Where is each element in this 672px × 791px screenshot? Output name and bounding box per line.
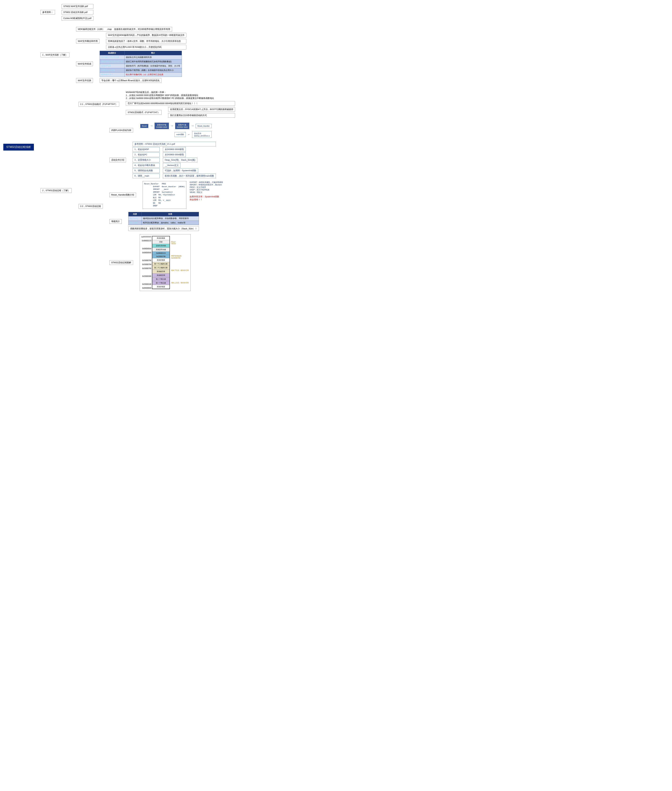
- map-line: 分析各.c文件占用FLASH 和 RAM的大小，方便优化代码: [106, 45, 186, 50]
- memory-diagram: 0xFFFFFFFF0x080001C0 0x080000040x0800000…: [140, 234, 190, 291]
- stack-label: 堆栈简介: [109, 219, 122, 224]
- map-line: MAP文件是MDK编译代码后，产生的集程序、数据及IO空间的一种映射列表文件: [106, 33, 186, 37]
- mode-line: 在系统复位后，SYSCLK的第4个上升沿，BOOT引脚的值将被锁存: [168, 107, 235, 112]
- stack-note: 函数局部变量较多，嵌套关系复杂时，需加大栈大小（Stack_Size）！: [128, 226, 199, 231]
- reset-code: Reset_Handler PROC EXPORT Reset_Handler …: [142, 181, 186, 209]
- root-node: STM32启动过程浅析: [3, 144, 34, 150]
- map-line: 简单说就是包括了：各种.c文件、函数、符号等的地址、大小引用关系等信息: [106, 39, 186, 43]
- boot-flow: Reset→获取MSP值 0X0800 0000→获取PC值 0X0800 00…: [140, 123, 212, 129]
- map-table: 组成部分简介程序段交叉引用关系描述各文件之间函数调用关系删除映像未使用的程序段描…: [100, 51, 182, 77]
- startfile-ref: 参考资料：STM32 启动文件浅析_V1.1.pdf: [133, 142, 216, 146]
- map-title: 1，MAP文件浅析（了解）: [40, 53, 69, 57]
- refs-node: 参考资料：: [40, 10, 55, 14]
- mode-sub: STM32启动模式（F1/F4/F7/H7）: [126, 110, 162, 115]
- boot-title: 2，STM32启动过程（了解）: [40, 188, 72, 193]
- stack-table: 内存作用栈(Stack)编译器自动分配和释放，存放函数参数、局部变量等堆(Hea…: [128, 212, 199, 225]
- map-practice-desc: 学会分析：哪个.c占用flash 和ram比较大，以便针对性的优化: [100, 78, 162, 83]
- ref-file: STM32 MAP文件浅析.pdf: [62, 4, 93, 9]
- mdk-label: MDK编译过程文件（11种） .map 连接器生成的列表文件，对分析程序存储占用…: [76, 27, 172, 32]
- reset-label: Reset_Handler函数介绍: [109, 193, 136, 197]
- reset-warn: 如果外部没有：SystemInit函数 则会报错！！: [190, 195, 223, 201]
- mindmap: STM32启动过程浅析 参考资料： STM32 MAP文件浅析.pdfSTM32…: [3, 3, 669, 291]
- boot-mode: 2.1，STM32启动模式（F1/F4/F7/H7）: [78, 102, 119, 107]
- map-compose: MAP文件组成: [76, 62, 93, 66]
- diagram-label: STM32启动过程图解: [109, 260, 133, 265]
- ref-file: Cortex-M3权威指南(中文).pdf: [62, 16, 93, 21]
- ref-file: STM32 启动文件浅析.pdf: [62, 10, 93, 14]
- mode-chip: 芯片厂商可以把0x0000 0000和0x0000 0004地址映射到其它的地址…: [126, 101, 235, 106]
- boot-process: 2.2，STM32启动过程: [78, 204, 103, 209]
- map-practice: MAP文件实操: [76, 78, 93, 83]
- startfile-label: 启动文件介绍: [109, 158, 126, 162]
- map-overview: MAP文件概念和作用: [76, 39, 99, 43]
- flash-label: 内部FLASH启动为例: [109, 128, 133, 133]
- mode-line: 我们主要用从主闪存存储器启动的方式: [168, 113, 235, 118]
